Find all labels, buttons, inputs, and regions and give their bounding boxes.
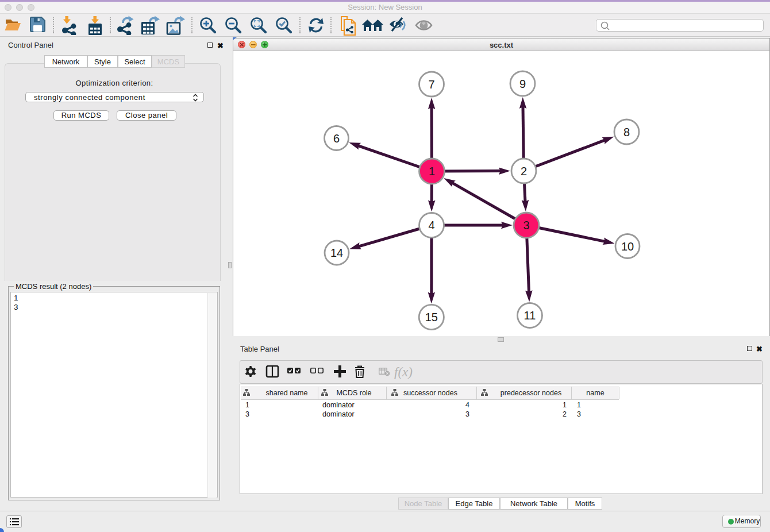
svg-text:4: 4 bbox=[428, 219, 434, 232]
svg-text:1: 1 bbox=[563, 401, 567, 409]
svg-text:3: 3 bbox=[245, 410, 249, 418]
svg-text:1: 1 bbox=[577, 401, 581, 409]
svg-text:3: 3 bbox=[523, 219, 529, 232]
svg-text:dominator: dominator bbox=[322, 410, 355, 418]
svg-text:name: name bbox=[586, 389, 604, 397]
svg-text:4: 4 bbox=[465, 401, 469, 409]
svg-text:14: 14 bbox=[330, 246, 343, 259]
svg-text:3: 3 bbox=[577, 410, 581, 418]
svg-text:8: 8 bbox=[623, 126, 630, 138]
svg-text:MCDS role: MCDS role bbox=[336, 389, 371, 397]
svg-text:1: 1 bbox=[245, 401, 249, 409]
svg-text:2: 2 bbox=[563, 410, 567, 418]
svg-text:f(x): f(x) bbox=[394, 365, 413, 379]
svg-text:2: 2 bbox=[521, 165, 527, 178]
svg-text:1: 1 bbox=[429, 165, 435, 178]
svg-text:7: 7 bbox=[428, 78, 434, 91]
svg-text:6: 6 bbox=[333, 132, 340, 145]
svg-text:dominator: dominator bbox=[322, 401, 355, 409]
svg-text:9: 9 bbox=[519, 78, 526, 90]
svg-text:3: 3 bbox=[465, 410, 469, 418]
svg-text:15: 15 bbox=[425, 311, 438, 323]
svg-text:10: 10 bbox=[621, 240, 634, 253]
svg-text:11: 11 bbox=[524, 309, 536, 322]
svg-text:successor nodes: successor nodes bbox=[403, 389, 457, 397]
svg-text:shared name: shared name bbox=[266, 389, 308, 397]
svg-text:predecessor nodes: predecessor nodes bbox=[500, 389, 561, 397]
